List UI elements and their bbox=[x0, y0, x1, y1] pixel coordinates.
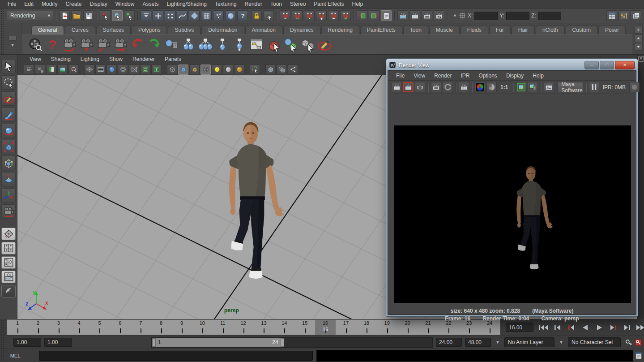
shelf-tab-fluids[interactable]: Fluids bbox=[461, 26, 488, 34]
viewport-share-icon[interactable] bbox=[288, 65, 298, 75]
2d-pan-zoom-icon[interactable] bbox=[68, 65, 79, 75]
range-start-handle[interactable] bbox=[152, 338, 156, 347]
paint-selection-tool[interactable] bbox=[1, 91, 16, 106]
character-set-selector[interactable]: No Character Set bbox=[568, 337, 621, 347]
panel-menu-lighting[interactable]: Lighting bbox=[76, 55, 104, 63]
ipr-render-icon[interactable]: IPR bbox=[431, 82, 441, 92]
cluster-icon[interactable] bbox=[181, 37, 196, 52]
mask-curves-icon[interactable] bbox=[177, 10, 188, 21]
anim-layer-selector[interactable]: No Anim Layer bbox=[504, 337, 554, 347]
cluster-group-icon[interactable] bbox=[198, 37, 213, 52]
frame-10[interactable]: 10 bbox=[192, 320, 213, 335]
rv-menu-display[interactable]: Display bbox=[502, 72, 528, 80]
rv-menu-render[interactable]: Render bbox=[430, 72, 456, 80]
script-editor-icon[interactable] bbox=[635, 352, 642, 360]
show-manipulator-tool[interactable] bbox=[1, 188, 16, 203]
shelf-scroll-down-icon[interactable] bbox=[634, 43, 643, 51]
image-plane-icon[interactable] bbox=[57, 65, 68, 75]
play-backwards-button[interactable] bbox=[580, 323, 591, 332]
select-hierarchy-icon[interactable] bbox=[100, 10, 111, 21]
shelf-tab-poser[interactable]: Poser bbox=[598, 26, 626, 34]
show-attribute-editor-icon[interactable] bbox=[631, 10, 641, 21]
flipbook-icon[interactable] bbox=[28, 37, 43, 52]
rgb-channels-icon[interactable] bbox=[475, 82, 485, 92]
frame-5[interactable]: 5 bbox=[90, 320, 110, 335]
play-forwards-button[interactable] bbox=[593, 323, 605, 332]
frame-9[interactable]: 9 bbox=[171, 320, 192, 335]
xray-active-components-icon[interactable] bbox=[277, 65, 287, 75]
panel-close-icon[interactable]: ✕ bbox=[638, 56, 644, 62]
character-set-dropdown-icon[interactable]: ▼ bbox=[558, 340, 565, 345]
close-button[interactable]: ✕ bbox=[615, 61, 635, 69]
shelf-tab-rendering[interactable]: Rendering bbox=[321, 26, 359, 34]
group-collapser[interactable] bbox=[275, 10, 278, 21]
frame-4[interactable]: 4 bbox=[69, 320, 90, 335]
group-collapser[interactable] bbox=[95, 10, 98, 21]
make-live-icon[interactable] bbox=[340, 10, 351, 21]
mask-handles-icon[interactable] bbox=[153, 10, 163, 21]
menu-display[interactable]: Display bbox=[85, 0, 111, 8]
smooth-shade-icon[interactable] bbox=[178, 65, 188, 75]
alpha-channel-icon[interactable] bbox=[486, 82, 497, 92]
shelf-tab-muscle[interactable]: Muscle bbox=[429, 26, 460, 34]
bookmark-icon[interactable] bbox=[46, 65, 56, 75]
menu-assets[interactable]: Assets bbox=[138, 0, 162, 8]
coords-dropdown-icon[interactable]: ▼ bbox=[453, 13, 457, 18]
menu-texturing[interactable]: Texturing bbox=[211, 0, 241, 8]
select-template-icon[interactable] bbox=[266, 37, 281, 52]
region-render-icon[interactable] bbox=[459, 82, 469, 92]
command-result-field[interactable] bbox=[316, 350, 633, 362]
playback-start-field[interactable] bbox=[44, 338, 72, 347]
select-camera-icon[interactable] bbox=[24, 65, 34, 75]
playback-end-field[interactable] bbox=[436, 338, 462, 347]
keep-image-icon[interactable] bbox=[516, 82, 526, 92]
camera-attributes-icon[interactable] bbox=[35, 65, 45, 75]
resolution-gate-icon[interactable] bbox=[107, 65, 117, 75]
field-chart-icon[interactable] bbox=[129, 65, 139, 75]
render-current-frame-icon[interactable] bbox=[409, 10, 420, 21]
animation-end-field[interactable] bbox=[465, 338, 491, 347]
shelf-trash-icon[interactable] bbox=[634, 26, 643, 34]
go-to-end-button[interactable] bbox=[635, 323, 644, 332]
joint-cluster-icon[interactable] bbox=[215, 37, 230, 52]
shelf-tab-fur[interactable]: Fur bbox=[489, 26, 511, 34]
rv-menu-file[interactable]: File bbox=[392, 72, 409, 80]
menu-create[interactable]: Create bbox=[61, 0, 85, 8]
group-collapser[interactable] bbox=[55, 10, 58, 21]
menu-toon[interactable]: Toon bbox=[266, 0, 286, 8]
rv-menu-options[interactable]: Options bbox=[474, 72, 502, 80]
select-tool[interactable] bbox=[1, 59, 16, 73]
save-scene-icon[interactable] bbox=[83, 10, 94, 21]
mask-dynamics-icon[interactable] bbox=[213, 10, 224, 21]
xray-icon[interactable] bbox=[265, 65, 276, 75]
frame-7[interactable]: 7 bbox=[130, 320, 151, 335]
shelf-grip[interactable] bbox=[0, 23, 4, 54]
menu-window[interactable]: Window bbox=[111, 0, 139, 8]
anim-layer-dropdown-icon[interactable]: ▼ bbox=[494, 340, 501, 345]
wireframe-icon[interactable] bbox=[167, 65, 177, 75]
universal-manipulator-tool[interactable] bbox=[1, 156, 16, 170]
menu-file[interactable]: File bbox=[4, 0, 20, 8]
character-model[interactable] bbox=[210, 107, 300, 297]
lasso-tool[interactable] bbox=[1, 75, 16, 90]
absolute-transform-icon[interactable] bbox=[459, 12, 466, 19]
renderer-selector[interactable]: Maya Software bbox=[557, 82, 583, 92]
toolbox-logo[interactable] bbox=[1, 285, 16, 297]
x-input[interactable] bbox=[474, 12, 498, 20]
single-pane-layout[interactable] bbox=[1, 228, 16, 240]
command-language-toggle[interactable]: MEL bbox=[4, 353, 26, 358]
safe-title-icon[interactable]: T bbox=[151, 65, 162, 75]
snap-point-icon[interactable] bbox=[304, 10, 315, 21]
open-render-settings-icon[interactable] bbox=[544, 82, 554, 92]
open-render-view-icon[interactable] bbox=[397, 10, 408, 21]
render-current-frame-icon[interactable] bbox=[403, 82, 414, 92]
shelf-tab-surfaces[interactable]: Surfaces bbox=[96, 26, 131, 34]
mask-deformations-icon[interactable] bbox=[201, 10, 212, 21]
ipr-led-icon[interactable] bbox=[629, 82, 640, 92]
camera-dolly-icon[interactable] bbox=[113, 37, 128, 52]
construction-history-icon[interactable] bbox=[381, 10, 392, 21]
move-tool[interactable] bbox=[1, 108, 16, 122]
pause-ipr-icon[interactable] bbox=[589, 82, 599, 92]
panel-menu-shading[interactable]: Shading bbox=[46, 55, 76, 63]
lock-selection-icon[interactable] bbox=[251, 10, 262, 21]
